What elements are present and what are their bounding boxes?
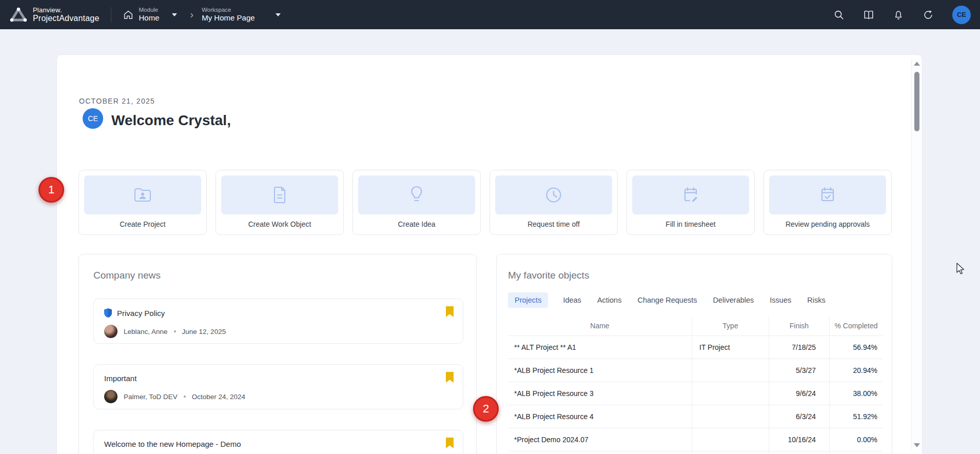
news-item-privacy-policy[interactable]: Privacy Policy Leblanc, Anne June 12, 20… (93, 299, 463, 344)
book-icon[interactable] (863, 9, 874, 21)
module-chevron-down-icon[interactable] (172, 13, 177, 16)
user-avatar[interactable]: CE (952, 6, 971, 24)
quick-action-create-project[interactable]: Create Project (79, 170, 207, 235)
favorites-title: My favorite objects (508, 270, 880, 281)
cell-name[interactable]: *Project Demo 2024.07 (508, 428, 692, 451)
cell-finish: 9/6/24 (769, 382, 829, 405)
cell-name[interactable]: ** ALT Project ** A1 (508, 336, 692, 359)
cell-name[interactable]: *ALB Project Resource 4 (508, 405, 692, 428)
cell-finish: 6/3/24 (769, 405, 829, 428)
news-item-date: October 24, 2024 (192, 393, 245, 401)
company-news-panel: Company news Privacy Policy Leblanc, Ann… (79, 254, 477, 454)
tab-change-requests[interactable]: Change Requests (636, 292, 698, 308)
document-icon (271, 186, 288, 204)
cell-type (692, 405, 769, 428)
home-page-content-card: OCTOBER 21, 2025 CE Welcome Crystal, Cre… (56, 54, 923, 454)
workspace-chevron-down-icon[interactable] (276, 13, 281, 16)
bookmark-icon[interactable] (446, 372, 454, 383)
table-row[interactable]: Agile 02 Project 1 8/2/24 10.13% (508, 451, 883, 454)
quick-action-review-pending-approvals[interactable]: Review pending approvals (763, 170, 892, 235)
annotation-badge-2: 2 (473, 396, 499, 422)
news-item-title: Important (104, 374, 136, 383)
news-item-author: Palmer, ToD DEV (124, 393, 178, 401)
folder-user-icon (133, 186, 152, 204)
cell-finish: 10/16/24 (769, 428, 829, 451)
calendar-check-icon (818, 186, 837, 204)
clock-icon (544, 186, 563, 204)
current-date: OCTOBER 21, 2025 (79, 97, 155, 105)
cell-finish: 7/18/25 (769, 336, 829, 359)
tab-risks[interactable]: Risks (806, 292, 826, 308)
refresh-icon[interactable] (923, 9, 934, 21)
breadcrumb-workspace[interactable]: Workspace My Home Page (202, 7, 285, 22)
author-avatar (104, 390, 117, 403)
column-header-type[interactable]: Type (692, 316, 769, 335)
quick-action-label: Review pending approvals (769, 220, 886, 228)
shield-icon (104, 308, 112, 318)
tab-deliverables[interactable]: Deliverables (712, 292, 755, 308)
module-label: Module (139, 7, 160, 13)
tab-ideas[interactable]: Ideas (562, 292, 582, 308)
news-item-welcome-homepage[interactable]: Welcome to the new Homepage - Demo (93, 430, 463, 454)
bookmark-icon[interactable] (446, 306, 454, 317)
table-row[interactable]: ** ALT Project ** A1 IT Project 7/18/25 … (508, 335, 883, 359)
bell-icon[interactable] (893, 9, 904, 21)
table-row[interactable]: *ALB Project Resource 4 6/3/24 51.92% (508, 405, 883, 428)
scroll-up-arrow-icon[interactable] (914, 62, 920, 66)
cell-type: IT Project (692, 336, 769, 359)
planview-logo[interactable]: Planview. ProjectAdvantage (9, 7, 100, 23)
quick-action-create-idea[interactable]: Create Idea (352, 170, 481, 235)
scrollbar-thumb[interactable] (914, 72, 919, 131)
scroll-down-arrow-icon[interactable] (914, 443, 920, 447)
cell-completed: 0.00% (829, 428, 883, 451)
table-row[interactable]: *ALB Project Resource 1 5/3/27 20.94% (508, 359, 883, 382)
cell-completed: 10.13% (829, 451, 883, 454)
company-news-title: Company news (93, 270, 462, 281)
cell-name[interactable]: *ALB Project Resource 1 (508, 359, 692, 382)
news-item-date: June 12, 2025 (182, 328, 226, 335)
workspace-value: My Home Page (202, 13, 254, 22)
quick-action-label: Create Idea (358, 220, 475, 228)
quick-action-label: Create Project (84, 220, 201, 228)
favorites-tab-bar: Projects Ideas Actions Change Requests D… (508, 292, 880, 308)
column-header-name[interactable]: Name (508, 316, 692, 335)
quick-action-create-work-object[interactable]: Create Work Object (215, 170, 344, 235)
module-value: Home (139, 13, 160, 22)
vertical-scrollbar[interactable] (911, 58, 922, 450)
quick-action-request-time-off[interactable]: Request time off (489, 170, 618, 235)
column-header-finish[interactable]: Finish (769, 316, 829, 335)
search-icon[interactable] (833, 9, 845, 21)
cell-name[interactable]: Agile 02 (508, 451, 692, 454)
author-avatar (104, 325, 117, 338)
brand-name-line2: ProjectAdvantage (33, 14, 100, 23)
page-title: Welcome Crystal, (111, 112, 231, 129)
top-navigation-bar: Planview. ProjectAdvantage Module Home ›… (0, 0, 980, 29)
bookmark-icon[interactable] (446, 438, 454, 448)
welcome-avatar: CE (83, 108, 103, 129)
breadcrumb-separator-icon: › (190, 9, 194, 21)
news-item-important[interactable]: Important Palmer, ToD DEV October 24, 20… (93, 364, 463, 409)
quick-action-fill-in-timesheet[interactable]: Fill in timesheet (626, 170, 755, 235)
column-header-completed[interactable]: % Completed (829, 316, 883, 335)
quick-action-label: Fill in timesheet (632, 220, 749, 228)
meta-dot-separator (174, 330, 176, 332)
cell-finish: 5/3/27 (769, 359, 829, 382)
tab-projects[interactable]: Projects (508, 292, 548, 308)
table-row[interactable]: *Project Demo 2024.07 10/16/24 0.00% (508, 428, 883, 451)
tab-issues[interactable]: Issues (769, 292, 792, 308)
cell-name[interactable]: *ALB Project Resource 3 (508, 382, 692, 405)
mouse-cursor-icon (955, 263, 968, 276)
quick-action-label: Create Work Object (221, 220, 338, 228)
calendar-edit-icon (681, 186, 700, 204)
tab-actions[interactable]: Actions (596, 292, 623, 308)
my-favorite-objects-panel: My favorite objects Projects Ideas Actio… (496, 254, 892, 454)
favorites-table: Name Type Finish % Completed ** ALT Proj… (508, 316, 883, 454)
lightbulb-icon (409, 185, 424, 205)
cell-type (692, 359, 769, 382)
cell-finish: 8/2/24 (769, 451, 829, 454)
table-row[interactable]: *ALB Project Resource 3 9/6/24 38.00% (508, 382, 883, 405)
workspace-label: Workspace (202, 7, 254, 13)
news-item-author: Leblanc, Anne (124, 328, 168, 335)
news-item-title: Privacy Policy (117, 309, 165, 318)
breadcrumb-module[interactable]: Module Home (123, 7, 182, 22)
